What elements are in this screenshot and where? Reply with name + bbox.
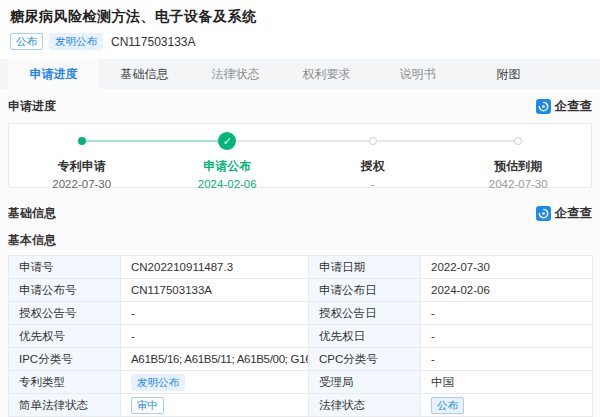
- qichacha-logo-icon: [536, 99, 551, 114]
- field-label: 申请号: [9, 256, 121, 279]
- timeline-step-grant: 授权 -: [300, 130, 446, 187]
- field-label: 申请日期: [309, 256, 421, 279]
- step-check-icon: ✓: [218, 132, 236, 150]
- field-label: CPC分类号: [309, 348, 421, 371]
- field-value: CN202210911487.3: [121, 256, 309, 279]
- brand-name: 企查查: [555, 205, 593, 222]
- qichacha-logo-icon: [536, 206, 551, 221]
- step-label: 预估到期: [446, 158, 592, 175]
- field-value-ipc: A61B5/16; A61B5/11; A61B5/00; G16H50/30: [121, 348, 309, 371]
- timeline-step-publication: ✓ 申请公布 2024-02-06: [155, 130, 301, 187]
- table-row: 优先权号 - 优先权日 -: [9, 325, 593, 348]
- brand-name: 企查查: [555, 98, 593, 115]
- field-value: 2022-07-30: [421, 256, 593, 279]
- field-label: 申请公布号: [9, 279, 121, 302]
- patent-detail-page: 糖尿病风险检测方法、电子设备及系统 公布 发明公布 CN117503133A 申…: [0, 0, 600, 417]
- simple-legal-status-badge: 审中: [131, 397, 164, 414]
- field-label: 授权公告日: [309, 302, 421, 325]
- tab-drawings[interactable]: 附图: [463, 59, 554, 89]
- field-value: 中国: [421, 371, 593, 394]
- timeline-segment: [227, 140, 300, 142]
- field-label: 申请公布日: [309, 279, 421, 302]
- patent-type-value-badge: 发明公布: [131, 374, 185, 391]
- timeline-segment: [446, 140, 519, 142]
- content-area: 申请进度 企查查 专利申请 2022-07-30: [0, 96, 600, 417]
- field-value: -: [121, 325, 309, 348]
- timeline-segment: [300, 140, 373, 142]
- step-pending-dot-icon: [369, 137, 377, 145]
- progress-section-head: 申请进度 企查查: [8, 96, 592, 116]
- field-label: 专利类型: [9, 371, 121, 394]
- field-label: 授权公告号: [9, 302, 121, 325]
- field-value: 发明公布: [121, 371, 309, 394]
- patent-title: 糖尿病风险检测方法、电子设备及系统: [10, 8, 590, 26]
- step-pending-dot-icon: [514, 137, 522, 145]
- legal-status-badge: 公布: [431, 397, 464, 414]
- timeline-step-filing: 专利申请 2022-07-30: [9, 130, 155, 187]
- step-date: 2024-02-06: [155, 178, 301, 190]
- field-value: 审中: [121, 394, 309, 417]
- field-label: 优先权日: [309, 325, 421, 348]
- field-value: 公布: [421, 394, 593, 417]
- field-label: 法律状态: [309, 394, 421, 417]
- tab-basic-info[interactable]: 基础信息: [99, 59, 190, 89]
- field-value: -: [421, 302, 593, 325]
- field-label: 受理局: [309, 371, 421, 394]
- badge-row: 公布 发明公布 CN117503133A: [10, 33, 590, 50]
- brand-watermark: 企查查: [536, 98, 593, 115]
- timeline-step-expiry: 预估到期 2042-07-30: [446, 130, 592, 187]
- basic-section-head: 基础信息 企查查: [8, 203, 592, 223]
- tab-bar: 申请进度 基础信息 法律状态 权利要求 说明书 附图: [0, 59, 600, 89]
- basic-section-title: 基础信息: [8, 205, 56, 222]
- field-label: 简单法律状态: [9, 394, 121, 417]
- field-value: CN117503133A: [121, 279, 309, 302]
- step-label: 专利申请: [9, 158, 155, 175]
- table-row: 专利类型 发明公布 受理局 中国: [9, 371, 593, 394]
- step-label: 授权: [300, 158, 446, 175]
- field-value: -: [121, 302, 309, 325]
- patent-type-badge: 发明公布: [49, 33, 103, 50]
- table-row: 申请号 CN202210911487.3 申请日期 2022-07-30: [9, 256, 593, 279]
- step-date: 2022-07-30: [9, 178, 155, 190]
- field-value: -: [421, 348, 593, 371]
- table-row: IPC分类号 A61B5/16; A61B5/11; A61B5/00; G16…: [9, 348, 593, 371]
- field-value: -: [421, 325, 593, 348]
- progress-timeline: 专利申请 2022-07-30 ✓ 申请公布 2024-02-06 授权: [8, 123, 592, 188]
- tab-legal-status[interactable]: 法律状态: [190, 59, 281, 89]
- subsection-title-basic: 基本信息: [8, 232, 592, 249]
- status-badge: 公布: [10, 33, 43, 50]
- field-label: IPC分类号: [9, 348, 121, 371]
- table-row: 申请公布号 CN117503133A 申请公布日 2024-02-06: [9, 279, 593, 302]
- field-value: 2024-02-06: [421, 279, 593, 302]
- timeline-segment: [82, 140, 155, 142]
- timeline-segment: [373, 140, 446, 142]
- step-done-dot-icon: [78, 137, 86, 145]
- timeline-segment: [155, 140, 228, 142]
- brand-watermark: 企查查: [536, 205, 593, 222]
- page-header: 糖尿病风险检测方法、电子设备及系统 公布 发明公布 CN117503133A: [0, 0, 600, 59]
- table-row: 简单法律状态 审中 法律状态 公布: [9, 394, 593, 417]
- table-row: 授权公告号 - 授权公告日 -: [9, 302, 593, 325]
- tab-description[interactable]: 说明书: [372, 59, 463, 89]
- publication-number: CN117503133A: [111, 35, 196, 49]
- step-label: 申请公布: [155, 158, 301, 175]
- progress-section-title: 申请进度: [8, 98, 56, 115]
- tab-application-progress[interactable]: 申请进度: [8, 59, 99, 89]
- step-date: -: [300, 178, 446, 190]
- tab-claims[interactable]: 权利要求: [281, 59, 372, 89]
- field-label: 优先权号: [9, 325, 121, 348]
- basic-info-table: 申请号 CN202210911487.3 申请日期 2022-07-30 申请公…: [8, 255, 593, 417]
- step-date: 2042-07-30: [446, 178, 592, 190]
